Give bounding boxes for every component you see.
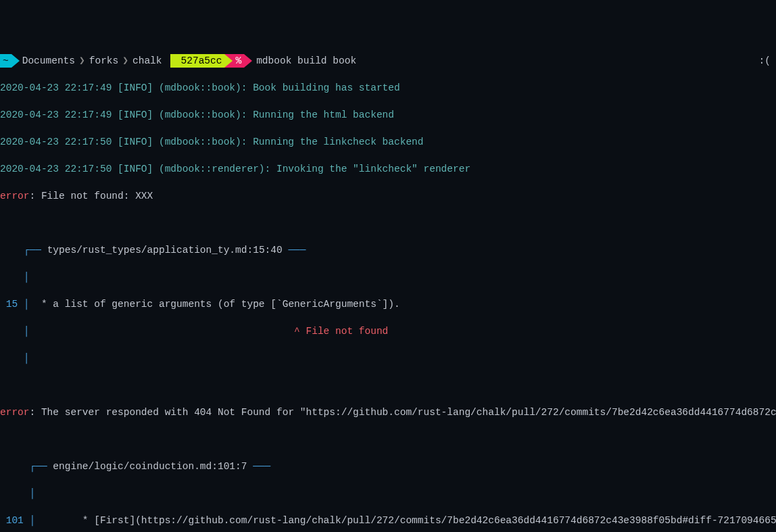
home-segment: ~ — [0, 54, 11, 68]
prompt-line[interactable]: ~Documents❯forks❯chalk527a5cc%mdbook bui… — [0, 54, 776, 68]
file-header: ┌── engine/logic/coinduction.md:101:7 ──… — [0, 460, 776, 473]
caret-line: │ ^ File not found — [0, 324, 776, 338]
terminal-output: ~Documents❯forks❯chalk527a5cc%mdbook bui… — [0, 41, 776, 532]
blank — [0, 379, 776, 392]
code-line: 101 │ * [First](https://github.com/rust-… — [0, 514, 776, 527]
path-documents: Documents — [22, 54, 75, 68]
box-pipe: │ — [0, 270, 776, 284]
chevron-right-icon: ❯ — [118, 54, 132, 68]
status-sad-icon: :( — [759, 54, 771, 68]
git-hash-segment: 527a5cc — [170, 54, 225, 68]
box-pipe: │ — [0, 352, 776, 365]
log-line: 2020-04-23 22:17:50 [INFO] (mdbook::rend… — [0, 162, 776, 176]
error-line: error: The server responded with 404 Not… — [0, 406, 776, 419]
log-line: 2020-04-23 22:17:49 [INFO] (mdbook::book… — [0, 81, 776, 95]
path-chalk: chalk — [132, 54, 162, 68]
blank — [0, 433, 776, 446]
blank — [0, 216, 776, 230]
file-header: ┌── types/rust_types/application_ty.md:1… — [0, 243, 776, 257]
error-line: error: File not found: XXX — [0, 189, 776, 203]
command-input[interactable]: mdbook build book — [244, 54, 356, 68]
chevron-right-icon: ❯ — [75, 54, 89, 68]
log-line: 2020-04-23 22:17:50 [INFO] (mdbook::book… — [0, 135, 776, 149]
path-forks: forks — [89, 54, 119, 68]
box-pipe: │ — [0, 487, 776, 500]
code-line: 15 │ * a list of generic arguments (of t… — [0, 297, 776, 311]
log-line: 2020-04-23 22:17:49 [INFO] (mdbook::book… — [0, 108, 776, 122]
